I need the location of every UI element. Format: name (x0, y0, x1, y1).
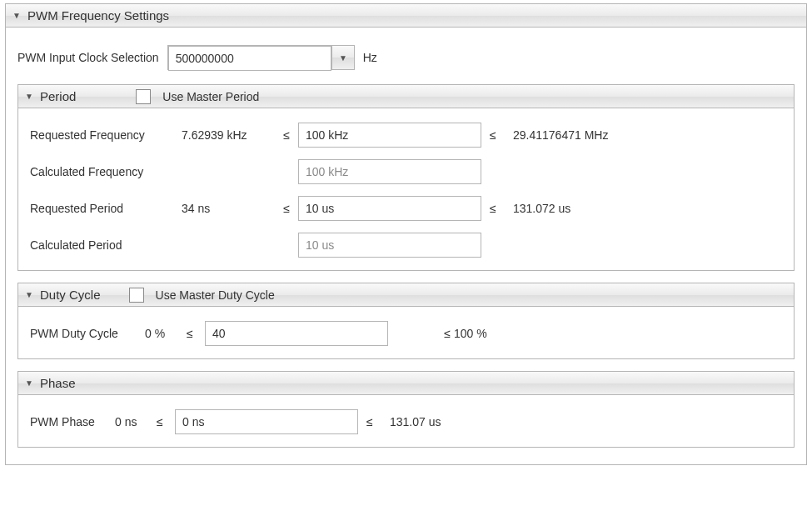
requested-period-row: Requested Period 34 ns ≤ ≤ 131.072 us (30, 190, 782, 227)
duty-cycle-max: 100 % (454, 327, 487, 340)
phase-panel: ▼ Phase PWM Phase 0 ns ≤ ≤ 131.07 us (17, 371, 795, 448)
chevron-down-icon: ▼ (339, 53, 347, 63)
calculated-period-row: Calculated Period (30, 227, 782, 263)
chevron-down-icon: ▼ (12, 11, 21, 20)
clock-unit: Hz (363, 51, 377, 64)
calculated-frequency-row: Calculated Frequency (30, 153, 782, 190)
panel-title: PWM Frequency Settings (27, 8, 169, 23)
duty-cycle-input[interactable] (205, 321, 388, 346)
phase-label: PWM Phase (30, 415, 107, 428)
requested-frequency-min-op: ≤ (280, 128, 290, 142)
requested-period-min-op: ≤ (280, 202, 290, 215)
phase-input[interactable] (175, 409, 358, 434)
period-panel: ▼ Period Use Master Period Requested Fre… (17, 84, 795, 271)
chevron-down-icon: ▼ (25, 378, 33, 388)
duty-cycle-max-op: ≤ (396, 327, 451, 340)
requested-frequency-min: 7.62939 kHz (180, 128, 271, 142)
requested-frequency-max-op: ≤ (490, 128, 500, 142)
clock-label: PWM Input Clock Selection (17, 51, 159, 64)
phase-min: 0 ns (115, 415, 148, 428)
phase-max-op: ≤ (366, 415, 376, 428)
chevron-down-icon: ▼ (25, 92, 33, 101)
use-master-duty-label: Use Master Duty Cycle (156, 288, 275, 302)
pwm-frequency-settings-panel: ▼ PWM Frequency Settings PWM Input Clock… (5, 3, 807, 465)
requested-frequency-max: 29.41176471 MHz (508, 128, 658, 142)
clock-input[interactable] (168, 46, 332, 71)
clock-combo[interactable]: ▼ (167, 45, 355, 70)
phase-min-op: ≤ (157, 415, 167, 428)
period-header[interactable]: ▼ Period Use Master Period (18, 85, 794, 108)
duty-cycle-panel: ▼ Duty Cycle Use Master Duty Cycle PWM D… (17, 283, 795, 359)
chevron-down-icon: ▼ (25, 290, 33, 299)
use-master-period-label: Use Master Period (162, 90, 259, 103)
clock-dropdown-button[interactable]: ▼ (331, 46, 353, 69)
pwm-frequency-settings-header[interactable]: ▼ PWM Frequency Settings (6, 4, 806, 28)
duty-cycle-title: Duty Cycle (40, 288, 101, 302)
requested-period-min: 34 ns (180, 202, 271, 215)
use-master-period-checkbox[interactable] (136, 89, 151, 104)
use-master-duty-checkbox[interactable] (129, 288, 144, 303)
requested-frequency-row: Requested Frequency 7.62939 kHz ≤ ≤ 29.4… (30, 117, 782, 153)
duty-cycle-min-op: ≤ (187, 327, 197, 340)
calculated-frequency-label: Calculated Frequency (30, 165, 172, 178)
duty-cycle-header[interactable]: ▼ Duty Cycle Use Master Duty Cycle (18, 283, 794, 307)
duty-cycle-row: PWM Duty Cycle 0 % ≤ ≤100 % (30, 315, 782, 352)
calculated-frequency-output (298, 159, 481, 184)
requested-period-input[interactable] (298, 196, 481, 221)
requested-period-label: Requested Period (30, 202, 172, 215)
phase-max: 131.07 us (385, 415, 441, 428)
requested-period-max-op: ≤ (490, 202, 500, 215)
requested-frequency-label: Requested Frequency (30, 128, 172, 142)
period-title: Period (40, 89, 76, 103)
duty-cycle-min: 0 % (145, 327, 178, 340)
phase-title: Phase (40, 376, 76, 390)
calculated-period-output (298, 233, 481, 258)
requested-period-max: 131.072 us (508, 202, 658, 215)
clock-selection-row: PWM Input Clock Selection ▼ Hz (17, 39, 795, 76)
requested-frequency-input[interactable] (298, 123, 481, 148)
duty-cycle-label: PWM Duty Cycle (30, 327, 137, 340)
phase-header[interactable]: ▼ Phase (18, 372, 794, 395)
phase-row: PWM Phase 0 ns ≤ ≤ 131.07 us (30, 403, 782, 440)
calculated-period-label: Calculated Period (30, 238, 172, 252)
